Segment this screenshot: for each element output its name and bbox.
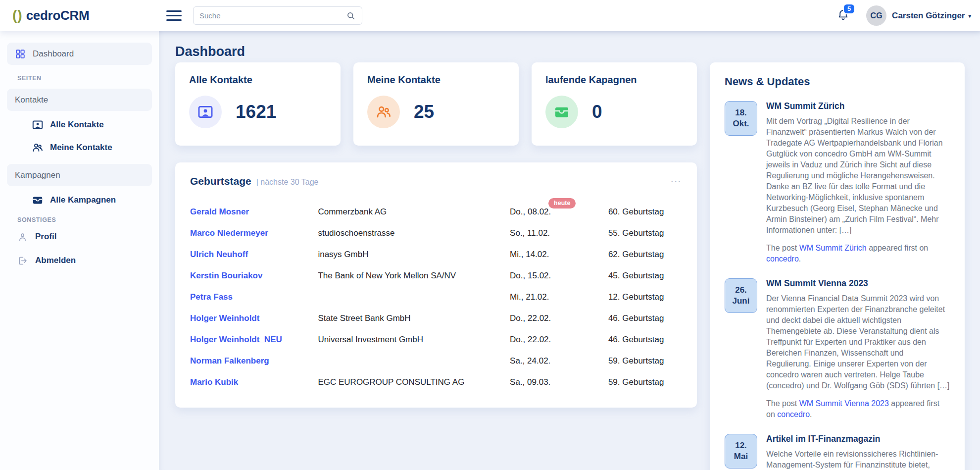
sidebar-item-profil[interactable]: Profil (17, 230, 159, 243)
news-title: WM Summit Zürich (766, 101, 950, 111)
notification-count-badge: 5 (843, 3, 855, 14)
birthday-cell: 62. Geburtstag (608, 250, 682, 260)
birthday-cell: 12. Geburtstag (608, 292, 682, 302)
company-cell: studioschoenstrasse (318, 228, 510, 238)
date-cell: Do., 22.02. (510, 335, 608, 345)
sidebar-item-meine-kontakte[interactable]: Meine Kontakte (32, 141, 159, 154)
news-footer: The post WM Summit Vienna 2023 appeared … (766, 398, 950, 420)
briefcase-icon (32, 194, 44, 206)
ellipsis-menu-icon[interactable]: ⋯ (670, 179, 682, 184)
sidebar-item-label: Kampagnen (15, 170, 60, 180)
news-item: 26. Juni WM Summit Vienna 2023 Der Vienn… (725, 278, 950, 420)
company-cell: inasys GmbH (318, 250, 510, 260)
sidebar-item-label: Alle Kontakte (50, 120, 104, 130)
stat-card-meine-kontakte: Meine Kontakte 25 (353, 62, 519, 146)
sidebar-item-label: Dashboard (33, 49, 74, 59)
table-row: Holger Weinholdt State Street Bank GmbH … (190, 308, 682, 329)
contact-name-link[interactable]: Kerstin Bouriakov (190, 271, 318, 281)
user-menu[interactable]: Carsten Götzinger ▾ (892, 11, 971, 21)
sidebar-item-kontakte[interactable]: Kontakte (7, 89, 152, 111)
news-source-link[interactable]: concedro (766, 255, 799, 263)
stat-title: laufende Kapagnen (545, 74, 683, 86)
panel-subtitle: | nächste 30 Tage (256, 178, 319, 187)
news-body: Welche Vorteile ein revisionssicheres Ri… (766, 449, 950, 470)
table-row: Ulrich Neuhoff inasys GmbH Mi., 14.02. 6… (190, 244, 682, 265)
stat-card-laufende-kampagnen: laufende Kapagnen 0 (532, 62, 697, 146)
date-cell: So., 11.02. (510, 228, 608, 238)
hamburger-menu-icon[interactable] (166, 10, 182, 21)
birthday-cell: 59. Geburtstag (608, 356, 682, 366)
date-cell: Sa., 09.03. (510, 377, 608, 387)
people-icon (32, 142, 44, 154)
news-date-month: Mai (734, 451, 748, 462)
news-title: WM Summit Vienna 2023 (766, 278, 950, 289)
news-item: 12. Mai Artikel im IT-Finanzmagazin Welc… (725, 434, 950, 470)
company-cell: Commerzbank AG (318, 207, 510, 217)
contact-name-link[interactable]: Mario Kubik (190, 377, 318, 387)
news-heading: News & Updates (725, 75, 950, 88)
news-date-badge: 26. Juni (725, 278, 757, 313)
birthday-cell: 59. Geburtstag (608, 377, 682, 387)
news-date-month: Okt. (733, 118, 749, 129)
date-text: Do., 22.02. (510, 313, 551, 323)
news-body: Der Vienna Financial Data Summit 2023 wi… (766, 293, 950, 391)
search-input[interactable] (199, 11, 346, 20)
news-post-link[interactable]: WM Summit Vienna 2023 (799, 399, 889, 408)
date-text: Do., 08.02. (510, 207, 551, 216)
stat-card-alle-kontakte: Alle Kontakte 1621 (175, 62, 341, 146)
person-icon (17, 232, 28, 242)
sidebar-item-label: Meine Kontakte (50, 143, 112, 153)
company-cell: The Bank of New York Mellon SA/NV (318, 271, 510, 281)
news-source-link[interactable]: concedro (777, 410, 810, 418)
sidebar-item-dashboard[interactable]: Dashboard (7, 43, 152, 65)
logout-icon (17, 256, 28, 266)
sidebar: Dashboard SEITEN Kontakte Alle Kontakte (0, 31, 159, 470)
sidebar-item-alle-kampagnen[interactable]: Alle Kampagnen (32, 194, 159, 207)
people-icon (367, 96, 400, 128)
news-post-link[interactable]: WM Summit Zürich (799, 244, 867, 252)
search-box[interactable] (193, 6, 362, 25)
birthdays-table: Gerald Mosner Commerzbank AG Do., 08.02.… (190, 201, 682, 393)
date-text: Mi., 21.02. (510, 292, 549, 302)
table-row: Gerald Mosner Commerzbank AG Do., 08.02.… (190, 201, 682, 222)
table-row: Marco Niedermeyer studioschoenstrasse So… (190, 222, 682, 244)
stat-value: 0 (592, 102, 602, 122)
date-cell: Do., 22.02. (510, 313, 608, 323)
stat-cards: Alle Kontakte 1621 (175, 62, 697, 146)
contact-card-icon (32, 119, 44, 131)
contact-name-link[interactable]: Holger Weinholdt_NEU (190, 335, 318, 345)
search-icon[interactable] (346, 11, 356, 21)
main-content: Dashboard Alle Kontakte (159, 31, 980, 470)
footer-text: The post (766, 244, 799, 252)
news-title: Artikel im IT-Finanzmagazin (766, 434, 950, 444)
news-item: 18. Okt. WM Summit Zürich Mit dem Vortra… (725, 101, 950, 264)
contact-name-link[interactable]: Ulrich Neuhoff (190, 250, 318, 260)
birthday-cell: 46. Geburtstag (608, 335, 682, 345)
stat-title: Meine Kontakte (367, 74, 505, 86)
date-text: Do., 15.02. (510, 271, 551, 280)
sidebar-section-seiten: SEITEN (17, 75, 159, 82)
sidebar-item-label: Alle Kampagnen (50, 195, 116, 205)
logo-text: cedroCRM (26, 8, 90, 23)
table-row: Mario Kubik EGC EUROGROUP CONSULTING AG … (190, 371, 682, 393)
company-cell: State Street Bank GmbH (318, 313, 510, 323)
footer-text: appeared first on (867, 244, 929, 252)
birthday-cell: 55. Geburtstag (608, 228, 682, 238)
avatar[interactable]: CG (866, 5, 886, 26)
footer-text: The post (766, 399, 799, 408)
birthdays-panel: Geburtstage | nächste 30 Tage ⋯ Gerald M… (175, 162, 697, 408)
table-row: Norman Falkenberg Sa., 24.02. 59. Geburt… (190, 350, 682, 371)
contact-name-link[interactable]: Norman Falkenberg (190, 356, 318, 366)
contact-name-link[interactable]: Marco Niedermeyer (190, 228, 318, 238)
sidebar-item-label: Kontakte (15, 95, 48, 105)
page-title: Dashboard (175, 44, 697, 59)
sidebar-item-kampagnen[interactable]: Kampagnen (7, 164, 152, 186)
contact-name-link[interactable]: Gerald Mosner (190, 207, 318, 217)
contact-name-link[interactable]: Holger Weinholdt (190, 313, 318, 323)
contact-name-link[interactable]: Petra Fass (190, 292, 318, 302)
sidebar-item-alle-kontakte[interactable]: Alle Kontakte (32, 118, 159, 131)
sidebar-item-abmelden[interactable]: Abmelden (17, 254, 159, 267)
logo-mark-icon: () (12, 7, 23, 23)
notifications-button[interactable]: 5 (837, 8, 849, 23)
contact-card-icon (189, 96, 222, 128)
